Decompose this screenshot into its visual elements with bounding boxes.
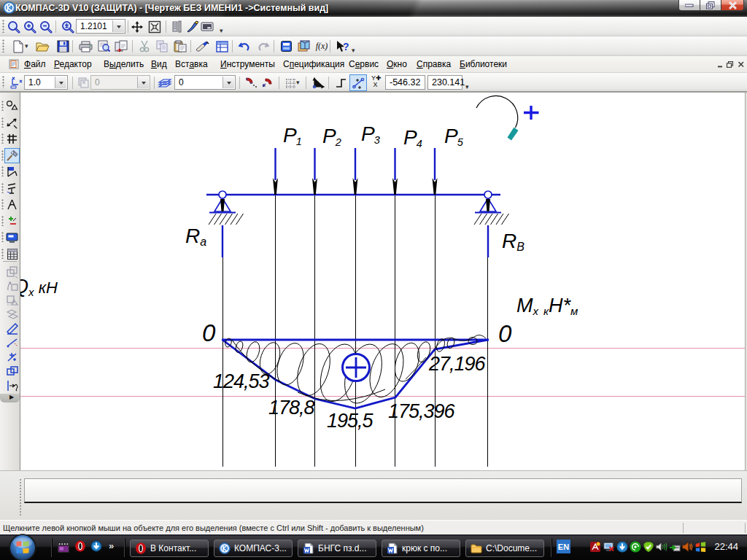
svg-text:175,396: 175,396 <box>388 400 456 422</box>
svg-text:0: 0 <box>498 320 512 347</box>
svg-text:P5: P5 <box>444 125 464 148</box>
svg-text:Qx кН: Qx кН <box>20 276 58 298</box>
svg-text:P4: P4 <box>403 126 422 149</box>
svg-text:P1: P1 <box>283 124 302 147</box>
svg-text:P3: P3 <box>361 122 380 146</box>
svg-text:P2: P2 <box>322 125 341 148</box>
svg-text:27,196: 27,196 <box>428 353 487 375</box>
svg-text:0: 0 <box>202 319 216 346</box>
svg-text:124,53: 124,53 <box>213 370 270 392</box>
svg-text:MxкН*м: MxкН*м <box>516 295 578 317</box>
svg-text:RB: RB <box>502 230 525 253</box>
svg-text:195,5: 195,5 <box>327 410 374 432</box>
svg-text:Ra: Ra <box>185 225 206 248</box>
svg-text:?: ? <box>343 41 349 52</box>
svg-text:178,8: 178,8 <box>268 397 315 419</box>
